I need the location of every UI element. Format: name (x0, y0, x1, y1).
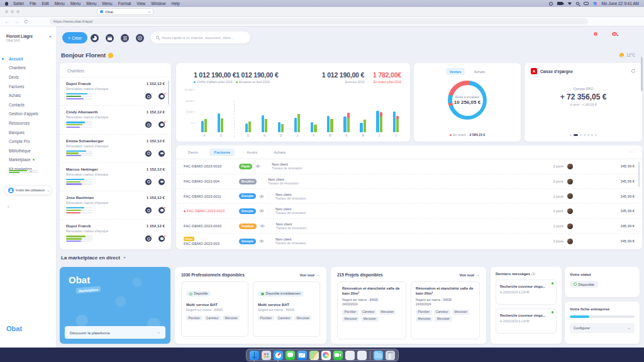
sidebar-item[interactable]: Devis (0, 72, 56, 82)
app-a[interactable] (345, 351, 355, 360)
message-item[interactable]: Recherche couvreur zingu... le 23/02/202… (496, 308, 557, 334)
pagination-dot[interactable] (595, 134, 597, 136)
wifi-icon[interactable] (567, 2, 572, 5)
documents-tab[interactable]: Achats (269, 149, 290, 156)
marketplace-promo-card[interactable]: Obat Marketplace Découvrir la plateforme… (60, 267, 170, 344)
menubar-item[interactable]: Menu (55, 1, 65, 6)
sidebar-item[interactable]: Banques (0, 128, 56, 137)
fast-user-switch-icon[interactable] (549, 2, 553, 6)
tasks-icon[interactable] (121, 34, 129, 42)
more-options-icon[interactable]: ··· (628, 150, 635, 154)
finder[interactable] (250, 351, 259, 360)
invite-users-button[interactable]: Invitez des utilisateurs → (4, 185, 52, 195)
documents-tab[interactable]: Factures (209, 149, 235, 156)
app-b[interactable] (357, 351, 367, 360)
sidebar-item[interactable]: Accueil (0, 54, 56, 64)
project-card[interactable]: Rénovation et étanchéité salle de bain 2… (411, 281, 480, 339)
control-center-icon[interactable] (584, 2, 589, 5)
clock-icon[interactable] (145, 122, 152, 128)
eye-icon[interactable] (255, 164, 260, 168)
photos[interactable] (321, 351, 331, 360)
message-item[interactable]: Recherche couvreur zingu... le 23/02/202… (496, 280, 557, 305)
reload-icon[interactable] (24, 20, 28, 24)
chantier-list-item[interactable]: Emma Schamberger 1 152,12 € Rénovation m… (60, 134, 171, 162)
siri-icon[interactable] (593, 2, 597, 6)
chat-icon[interactable] (158, 150, 165, 157)
sidebar-item[interactable]: Marketplace (0, 156, 56, 165)
facetime[interactable] (333, 351, 343, 360)
search-input[interactable]: Accès rapide à un chantier, document, cl… (151, 31, 250, 43)
zoom-window-button[interactable] (16, 10, 19, 13)
eye-icon[interactable] (260, 224, 265, 228)
apple-menu-icon[interactable] (5, 2, 8, 6)
create-button[interactable]: + Créer (62, 32, 87, 43)
clock-icon[interactable] (145, 179, 152, 185)
pagination-dot[interactable] (591, 134, 593, 136)
chat-icon[interactable] (158, 93, 165, 99)
spotlight-icon[interactable] (576, 2, 579, 5)
time-tracking-icon[interactable] (136, 34, 144, 42)
menubar-item[interactable]: Menu (70, 1, 80, 6)
pagination-dot[interactable] (570, 134, 572, 136)
donut-tab[interactable]: Achats (470, 68, 489, 75)
minimize-window-button[interactable] (11, 10, 14, 13)
project-card[interactable]: Rénovation et étanchéité salle de bain 2… (337, 281, 406, 339)
url-field[interactable]: https://www.obat.fr/app/ (50, 18, 588, 25)
forward-icon[interactable]: → (14, 20, 19, 24)
eye-icon[interactable] (259, 195, 264, 198)
sidebar-item[interactable]: Achats (0, 91, 56, 100)
eye-icon[interactable] (259, 209, 264, 213)
page-scrollbar[interactable] (641, 57, 643, 91)
browser-tab[interactable]: Obat × (97, 8, 153, 15)
chat-icon[interactable] (158, 235, 165, 242)
menubar-clock[interactable]: Mo June 22 9:41 AM (601, 1, 639, 6)
clock-icon[interactable] (145, 93, 152, 99)
invoice-row[interactable]: FAC-DEMO-2023-0043 Finalisée Nom client … (176, 219, 642, 234)
menubar-item[interactable]: Window (151, 1, 165, 6)
messages[interactable] (286, 351, 295, 360)
sidebar-item[interactable]: Compte Pro (0, 137, 56, 146)
close-window-button[interactable] (5, 10, 8, 13)
battery-icon[interactable] (557, 2, 563, 5)
clock-icon[interactable] (145, 150, 152, 157)
launchpad[interactable] (262, 351, 271, 360)
account-switcher[interactable]: Florent Liagre Obat SAS (6, 34, 52, 42)
sidebar-item[interactable]: Gestion d'appels (0, 110, 56, 119)
chantier-list-item[interactable]: Marcus Hettinger 1 152,12 € Rénovation m… (60, 162, 171, 191)
back-icon[interactable]: ← (5, 20, 9, 24)
chantier-list-item[interactable]: Dupol Franck 1 152,12 € Rénovation maiso… (60, 77, 171, 105)
safari[interactable] (274, 351, 283, 360)
menubar-item[interactable]: Menu (86, 1, 96, 6)
documents-scrollbar[interactable] (638, 162, 640, 187)
invoice-row[interactable]: FAC-DEMO-2023-004 Brouillon Nom client T… (176, 174, 642, 189)
professional-card[interactable]: Disponible immédiatement Multi service B… (253, 281, 320, 337)
donut-tab[interactable]: Ventes (446, 68, 465, 75)
eye-icon[interactable] (259, 239, 264, 243)
see-all-professionals-link[interactable]: Voir tout→ (300, 273, 320, 277)
documents-tab[interactable]: Devis (184, 149, 202, 156)
chat-icon[interactable] (158, 122, 165, 128)
menubar-item[interactable]: View (136, 1, 145, 6)
menubar-item[interactable]: Menu (102, 1, 112, 6)
chantier-list-item[interactable]: Jose Bashirian 1 152,12 € Rénovation mai… (60, 191, 171, 219)
invoice-row[interactable]: FAC-DEMO-2023-0010 Payée Nom client Trav… (176, 159, 642, 174)
pagination-dot[interactable] (587, 134, 589, 136)
calendar-icon[interactable] (106, 34, 114, 42)
pagination-dot[interactable] (580, 134, 582, 136)
see-all-projects-link[interactable]: Voir tout→ (460, 273, 480, 277)
pagination-dot[interactable] (584, 134, 586, 136)
menubar-item[interactable]: File (30, 1, 36, 6)
menubar-item[interactable]: Format (118, 1, 131, 6)
sidebar-item[interactable]: Kit marketing (0, 164, 56, 174)
collapse-sidebar-icon[interactable]: ‹ (8, 204, 9, 210)
pagination-dot[interactable] (574, 134, 578, 136)
marketplace-section-header[interactable]: La marketplace en direct (61, 255, 126, 261)
chantiers-scrollbar[interactable] (168, 81, 170, 105)
configure-button[interactable]: Configurer → (570, 323, 635, 333)
sidebar-item[interactable]: Factures (0, 82, 56, 91)
chat-icon[interactable] (158, 179, 165, 185)
downloads-folder[interactable] (374, 351, 383, 360)
mail[interactable] (297, 351, 307, 360)
stats-icon[interactable] (91, 34, 99, 42)
clock-icon[interactable] (145, 207, 152, 213)
